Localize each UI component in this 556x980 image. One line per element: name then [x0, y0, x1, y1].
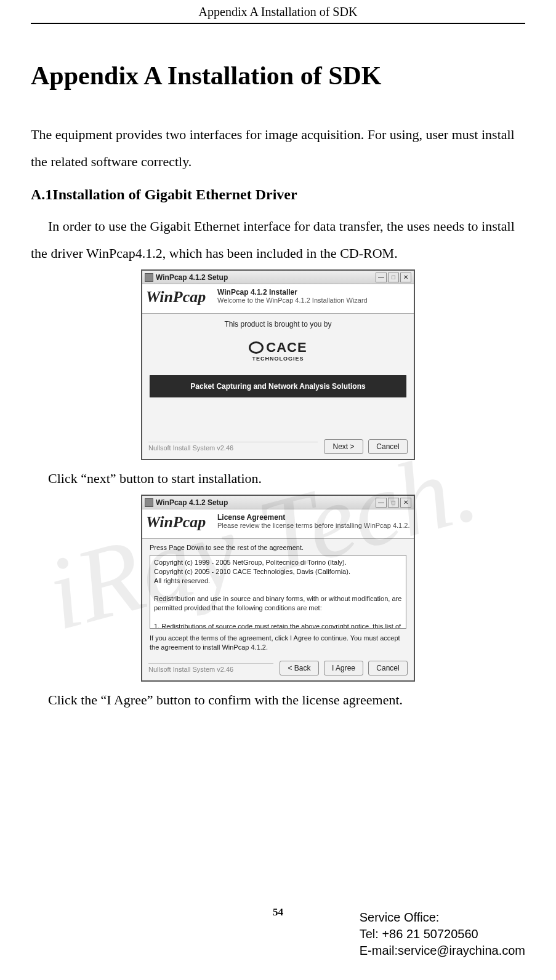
minimize-icon[interactable]: — — [376, 273, 387, 282]
footer-line-3: E-mail:service@iraychina.com — [360, 942, 525, 959]
license-textbox[interactable]: Copyright (c) 1999 - 2005 NetGroup, Poli… — [150, 555, 406, 629]
installer-header-sub: Please review the license terms before i… — [217, 522, 410, 529]
installer-header: WinPcap WinPcap 4.1.2 Installer Welcome … — [142, 284, 414, 314]
installer-header-title: WinPcap 4.1.2 Installer — [217, 288, 410, 297]
section-a1-heading: A.1Installation of Gigabit Ethernet Driv… — [31, 186, 525, 203]
license-instruction: Press Page Down to see the rest of the a… — [150, 544, 406, 551]
window-title: WinPcap 4.1.2 Setup — [156, 273, 228, 282]
cace-name: CACE — [266, 340, 307, 356]
back-button[interactable]: < Back — [280, 661, 319, 675]
footer-contact: Service Office: Tel: +86 21 50720560 E-m… — [360, 909, 525, 959]
agree-button[interactable]: I Agree — [324, 661, 363, 675]
caption-2: Click the “I Agree” button to confirm wi… — [31, 687, 525, 714]
app-icon — [145, 498, 153, 507]
running-header: Appendix A Installation of SDK — [31, 0, 525, 24]
installer-header: WinPcap License Agreement Please review … — [142, 509, 414, 539]
installer-window-1: WinPcap 4.1.2 Setup — □ ✕ WinPcap WinPca… — [141, 269, 415, 460]
installer-body: Press Page Down to see the rest of the a… — [142, 539, 414, 658]
installer-header-title: License Agreement — [217, 513, 410, 522]
footer-line-2: Tel: +86 21 50720560 — [360, 926, 525, 942]
intro-paragraph: The equipment provides two interfaces fo… — [31, 121, 525, 175]
cace-logo: CACE TECHNOLOGIES — [232, 336, 324, 365]
banner-text: Packet Capturing and Network Analysis So… — [150, 375, 406, 397]
winpcap-logo: WinPcap — [146, 287, 217, 311]
minimize-icon[interactable]: — — [376, 498, 387, 508]
window-title: WinPcap 4.1.2 Setup — [156, 498, 228, 507]
titlebar: WinPcap 4.1.2 Setup — □ ✕ — [142, 496, 414, 509]
close-icon[interactable]: ✕ — [400, 273, 411, 282]
cancel-button[interactable]: Cancel — [368, 661, 408, 675]
next-button[interactable]: Next > — [324, 439, 363, 454]
maximize-icon[interactable]: □ — [388, 498, 399, 508]
titlebar: WinPcap 4.1.2 Setup — □ ✕ — [142, 271, 414, 284]
app-icon — [145, 273, 153, 282]
cancel-button[interactable]: Cancel — [368, 439, 408, 454]
body-intro-text: This product is brought to you by — [150, 320, 406, 329]
license-accept-text: If you accept the terms of the agreement… — [150, 634, 406, 652]
maximize-icon[interactable]: □ — [388, 273, 399, 282]
nullsoft-text: Nullsoft Install System v2.46 — [148, 442, 318, 452]
caption-1: Click “next” button to start installatio… — [31, 465, 525, 492]
footer-line-1: Service Office: — [360, 909, 525, 926]
installer-window-2: WinPcap 4.1.2 Setup — □ ✕ WinPcap Licens… — [141, 495, 415, 682]
winpcap-logo: WinPcap — [146, 512, 217, 536]
nullsoft-text: Nullsoft Install System v2.46 — [148, 663, 273, 673]
installer-body: This product is brought to you by CACE T… — [142, 314, 414, 437]
page-title: Appendix A Installation of SDK — [31, 61, 525, 90]
close-icon[interactable]: ✕ — [400, 498, 411, 508]
para-a1-1: In order to use the Gigabit Ethernet int… — [31, 213, 525, 267]
cace-sub: TECHNOLOGIES — [252, 356, 304, 362]
installer-header-sub: Welcome to the WinPcap 4.1.2 Installatio… — [217, 297, 410, 304]
cace-mark-icon — [249, 341, 264, 354]
